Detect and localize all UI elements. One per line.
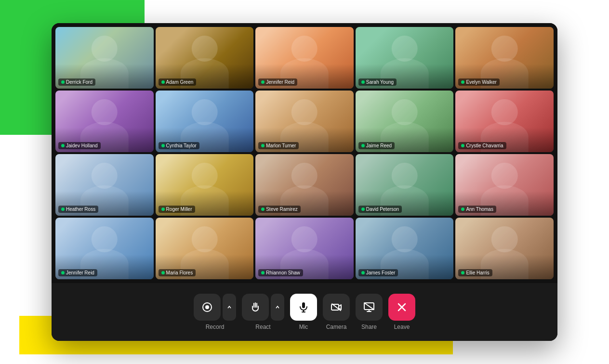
mic-indicator	[161, 208, 165, 211]
participant-name: James Foster	[366, 270, 396, 275]
video-cell: Jaime Reed	[356, 91, 454, 152]
person-head	[392, 163, 418, 189]
video-grid: Derrick FordAdam GreenJennifer ReidSarah…	[52, 23, 557, 283]
svg-rect-2	[302, 302, 305, 308]
participant-label: Heather Ross	[58, 206, 98, 213]
person-head	[291, 163, 318, 189]
mic-indicator	[361, 271, 365, 274]
participant-name: Crystle Chavarria	[466, 143, 503, 148]
participant-label: Ann Thomas	[458, 206, 496, 213]
video-cell: Jennifer Reid	[255, 27, 354, 89]
video-cell: David Peterson	[356, 154, 454, 216]
mic-group: Mic	[290, 294, 317, 330]
mic-indicator	[261, 208, 265, 211]
participant-label: Marlon Turner	[258, 142, 299, 149]
video-cell: Heather Ross	[55, 154, 154, 216]
participant-label: Rhiannon Shaw	[258, 269, 303, 276]
participant-label: Sarah Young	[358, 78, 397, 86]
share-group: Share	[356, 294, 383, 330]
mic-indicator	[261, 271, 265, 274]
leave-group: Leave	[388, 294, 415, 330]
video-cell: Jennifer Reid	[55, 218, 154, 279]
react-button[interactable]	[242, 294, 269, 321]
react-chevron-button[interactable]	[271, 294, 284, 321]
video-cell: Steve Ramirez	[255, 154, 354, 216]
record-group: Record	[194, 294, 236, 330]
video-cell: Rhiannon Shaw	[255, 218, 354, 279]
video-cell: Adam Green	[156, 27, 254, 89]
video-cell: Ellie Harris	[455, 218, 554, 279]
participant-name: Roger Miller	[166, 207, 192, 212]
chevron-up-icon-2	[275, 305, 280, 310]
video-cell: Evelyn Walker	[455, 27, 554, 89]
person-head	[291, 226, 318, 252]
person-head	[92, 163, 118, 189]
video-cell: James Foster	[356, 218, 454, 279]
person-head	[291, 99, 318, 125]
mic-icon	[298, 301, 309, 313]
participant-label: Jennifer Reid	[58, 269, 97, 276]
camera-icon	[331, 301, 342, 313]
person-head	[392, 226, 418, 252]
person-head	[92, 99, 118, 125]
person-head	[191, 99, 217, 125]
participant-name: Maria Flores	[166, 270, 193, 275]
video-cell: Jaidev Holland	[55, 91, 154, 152]
chevron-up-icon	[227, 305, 232, 310]
participant-label: Jaime Reed	[358, 142, 395, 149]
camera-label: Camera	[326, 324, 347, 330]
mic-indicator	[461, 80, 464, 84]
participant-label: Crystle Chavarria	[458, 142, 506, 149]
person-head	[92, 36, 118, 62]
person-head	[92, 226, 118, 252]
participant-label: Maria Flores	[159, 269, 196, 276]
video-cell: Roger Miller	[156, 154, 254, 216]
participant-label: Jennifer Reid	[258, 78, 297, 86]
record-chevron-button[interactable]	[223, 294, 236, 321]
participant-name: Derrick Ford	[66, 79, 93, 85]
record-label: Record	[206, 324, 225, 330]
video-cell: Maria Flores	[156, 218, 254, 279]
person-head	[491, 36, 517, 62]
record-button[interactable]	[194, 294, 221, 321]
leave-button[interactable]	[388, 294, 415, 321]
mic-button[interactable]	[290, 294, 317, 321]
share-button[interactable]	[356, 294, 383, 321]
mic-indicator	[461, 208, 464, 211]
react-group: React	[242, 294, 284, 330]
react-icon	[250, 301, 261, 313]
mic-indicator	[161, 144, 165, 147]
participant-name: Rhiannon Shaw	[266, 270, 300, 275]
mic-indicator	[261, 144, 265, 147]
person-head	[191, 226, 217, 252]
react-label: React	[255, 324, 270, 330]
close-icon	[397, 302, 407, 312]
mic-indicator	[361, 144, 365, 147]
person-head	[191, 163, 217, 189]
participant-name: David Peterson	[366, 207, 399, 212]
participant-name: Ann Thomas	[466, 207, 493, 212]
participant-label: Derrick Ford	[58, 78, 95, 86]
svg-rect-5	[331, 304, 339, 310]
participant-label: Evelyn Walker	[458, 78, 500, 86]
mic-label: Mic	[299, 324, 308, 330]
participant-name: Jennifer Reid	[266, 79, 294, 85]
person-head	[491, 226, 517, 252]
participant-name: Jaidev Holland	[66, 143, 98, 148]
mic-indicator	[461, 271, 464, 274]
mic-indicator	[61, 144, 65, 147]
participant-name: Cynthia Taylor	[166, 143, 197, 148]
participant-name: Sarah Young	[366, 79, 394, 85]
video-cell: Ann Thomas	[455, 154, 554, 216]
participant-label: Adam Green	[159, 78, 197, 86]
camera-group: Camera	[323, 294, 350, 330]
camera-button[interactable]	[323, 294, 350, 321]
participant-name: Steve Ramirez	[266, 207, 298, 212]
person-head	[491, 99, 517, 125]
mic-indicator	[61, 208, 65, 211]
mic-indicator	[61, 271, 65, 274]
participant-label: Cynthia Taylor	[159, 142, 199, 149]
share-icon	[363, 301, 375, 313]
participant-name: Ellie Harris	[466, 270, 489, 275]
record-icon	[201, 301, 213, 313]
